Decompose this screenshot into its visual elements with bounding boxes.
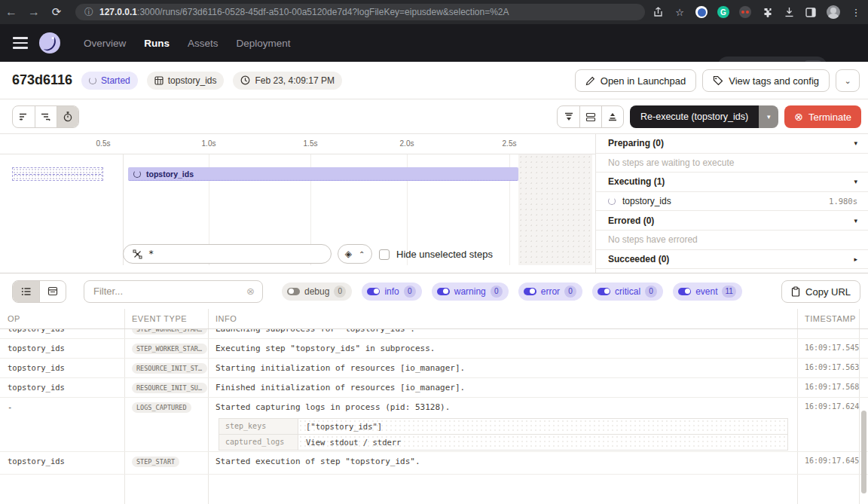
- spinner-icon: [89, 77, 96, 84]
- nav-item-overview[interactable]: Overview: [84, 38, 126, 49]
- reexecute-button[interactable]: Re-execute (topstory_ids): [630, 105, 759, 128]
- level-filter-debug[interactable]: debug 0: [282, 283, 352, 301]
- list-view-icon[interactable]: [13, 281, 39, 302]
- grammarly-icon[interactable]: G: [717, 6, 729, 18]
- chevron-down-icon: ⌄: [844, 76, 851, 86]
- reexecute-dropdown-button[interactable]: ▾: [759, 105, 778, 128]
- gantt-timeline-axis: 0.5s 1.0s 1.5s 2.0s 2.5s: [0, 134, 595, 154]
- log-row[interactable]: topstory_ids STEP_WORKER_STARTED Executi…: [0, 339, 868, 359]
- log-row[interactable]: topstory_ids RESOURCE_INIT_STARTED Start…: [0, 359, 868, 378]
- axis-tick: 1.5s: [304, 139, 318, 148]
- expand-all-icon[interactable]: [601, 106, 623, 127]
- view-tags-config-button[interactable]: View tags and config: [702, 69, 830, 92]
- copy-url-button[interactable]: Copy URL: [781, 280, 860, 303]
- log-row[interactable]: topstory_ids STEP_START Started executio…: [0, 452, 868, 475]
- event-type-chip: LOGS_CAPTURED: [132, 402, 191, 413]
- gantt-mode-timed-icon[interactable]: [57, 106, 78, 127]
- gantt-minimap-selection[interactable]: [12, 167, 103, 181]
- table-view-icon[interactable]: [39, 281, 66, 302]
- section-succeeded-header[interactable]: Succeeded (0) ▸: [596, 250, 868, 270]
- executing-step-row[interactable]: topstory_ids 1.980s: [596, 192, 868, 212]
- log-filter-input[interactable]: [93, 286, 246, 297]
- axis-tick: 0.5s: [96, 139, 111, 148]
- step-selection-box[interactable]: [123, 244, 332, 264]
- run-header-more-button[interactable]: ⌄: [836, 69, 860, 92]
- layers-icon: ◈: [345, 249, 352, 259]
- nav-item-runs[interactable]: Runs: [144, 38, 170, 49]
- tag-icon: [713, 75, 723, 86]
- selection-options-button[interactable]: ◈ ⌃: [338, 244, 372, 264]
- log-level-shortcuts: [557, 105, 624, 128]
- chevron-up-icon: ⌃: [359, 250, 365, 258]
- event-type-chip: RESOURCE_INIT_STARTED: [132, 363, 207, 374]
- hide-unselected-label: Hide unselected steps: [396, 249, 493, 260]
- level-filter-critical[interactable]: critical 0: [592, 283, 663, 301]
- clear-filter-icon[interactable]: ⊗: [246, 286, 255, 297]
- log-row[interactable]: topstory_ids RESOURCE_INIT_SUCCESS Finis…: [0, 378, 868, 398]
- app-nav-bar: Overview Runs Assets Deployment / ⚙: [0, 24, 868, 62]
- downloads-icon[interactable]: [783, 6, 795, 18]
- address-bar[interactable]: ⓘ 127.0.0.1:3000/runs/673d6116-0528-45df…: [75, 4, 645, 20]
- log-table: OP EVENT TYPE INFO TIMESTAMP topstory_id…: [0, 309, 868, 504]
- gantt-toolbar: Hide not started steps Re-execute (topst…: [0, 99, 868, 134]
- site-info-icon[interactable]: ⓘ: [84, 6, 93, 19]
- run-id: 673d6116: [12, 72, 72, 88]
- axis-tick: 1.0s: [202, 139, 216, 148]
- extensions-puzzle-icon[interactable]: [761, 6, 773, 18]
- browser-toolbar: ← → ⟳ ⓘ 127.0.0.1:3000/runs/673d6116-052…: [0, 0, 868, 24]
- chevron-down-icon: ▾: [767, 113, 771, 121]
- section-errored-header[interactable]: Errored (0) ▾: [596, 211, 868, 231]
- browser-back-icon[interactable]: ←: [0, 5, 23, 19]
- op-selector-icon: [133, 249, 142, 259]
- extension-2-icon[interactable]: [739, 6, 751, 18]
- run-status-badge[interactable]: Started: [81, 72, 138, 90]
- level-filter-error[interactable]: error 0: [518, 283, 582, 301]
- hide-unselected-checkbox[interactable]: [379, 249, 390, 260]
- side-panel-icon[interactable]: [805, 6, 817, 18]
- spinner-icon: [133, 170, 141, 178]
- open-in-launchpad-button[interactable]: Open in Launchpad: [575, 69, 696, 92]
- level-filter-event[interactable]: event 11: [673, 283, 742, 301]
- axis-tick: 2.5s: [503, 139, 517, 148]
- chevron-down-icon: ▾: [854, 217, 857, 225]
- toggle-icon: [367, 288, 380, 295]
- level-count-badge: 11: [722, 286, 735, 298]
- gantt-chart: 0.5s 1.0s 1.5s 2.0s 2.5s topstory_ids: [0, 134, 595, 273]
- log-filter-toolbar: ⊗ debug 0 info 0 warning 0 error 0: [0, 273, 868, 309]
- minimap-bar: [14, 174, 101, 175]
- collapse-all-icon[interactable]: [558, 106, 579, 127]
- share-icon[interactable]: [652, 6, 664, 18]
- browser-menu-icon[interactable]: ⋮: [850, 6, 862, 18]
- gantt-step-bar[interactable]: topstory_ids: [128, 167, 518, 181]
- hamburger-menu-icon[interactable]: [13, 37, 28, 49]
- captured-logs-link[interactable]: View stdout / stderr: [298, 435, 787, 450]
- log-scrollbar-thumb[interactable]: [861, 411, 866, 493]
- log-row-clipped[interactable]: topstory_ids STEP_WORKER_STARTING Launch…: [0, 329, 868, 339]
- log-row-logs-captured[interactable]: - LOGS_CAPTURED Started capturing logs i…: [0, 398, 868, 452]
- gantt-mode-waterfall-icon[interactable]: [35, 106, 57, 127]
- log-filter-box[interactable]: ⊗: [84, 280, 263, 303]
- section-preparing-header[interactable]: Preparing (0) ▾: [596, 134, 868, 154]
- extension-1-icon[interactable]: [695, 6, 708, 18]
- nav-item-deployment[interactable]: Deployment: [237, 38, 291, 49]
- rows-icon[interactable]: [579, 106, 601, 127]
- browser-profile-avatar[interactable]: [827, 5, 840, 19]
- gantt-step-label: topstory_ids: [146, 170, 194, 179]
- step-selection-input[interactable]: [148, 249, 299, 259]
- level-filter-warning[interactable]: warning 0: [432, 283, 509, 301]
- dagster-logo-icon[interactable]: [38, 32, 61, 54]
- event-type-chip: STEP_START: [132, 457, 179, 467]
- section-executing-header[interactable]: Executing (1) ▾: [596, 173, 868, 192]
- spinner-icon: [608, 197, 616, 205]
- browser-forward-icon[interactable]: →: [23, 5, 45, 19]
- nav-item-assets[interactable]: Assets: [188, 38, 219, 49]
- clock-icon: [240, 75, 250, 85]
- job-name-badge[interactable]: topstory_ids: [147, 72, 225, 90]
- bookmark-star-icon[interactable]: ☆: [674, 6, 686, 18]
- level-filter-info[interactable]: info 0: [362, 283, 421, 301]
- run-start-time-badge[interactable]: Feb 23, 4:09:17 PM: [233, 72, 341, 90]
- gantt-mode-flat-icon[interactable]: [13, 106, 35, 127]
- browser-reload-icon[interactable]: ⟳: [45, 5, 68, 19]
- terminate-button[interactable]: ⊗ Terminate: [784, 105, 861, 128]
- toggle-icon: [437, 288, 450, 295]
